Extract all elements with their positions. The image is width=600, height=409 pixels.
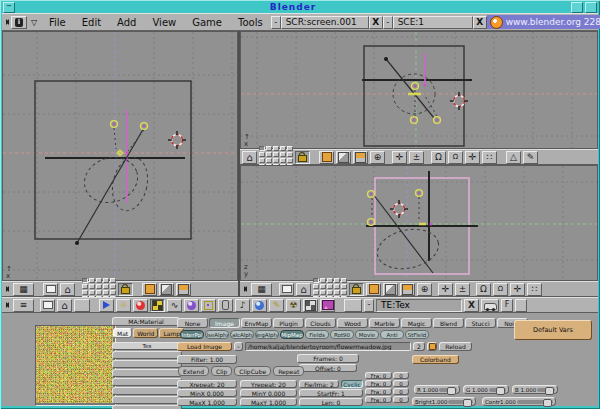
texture-type-button[interactable]: Blend bbox=[433, 318, 464, 328]
viewport-bottom-right[interactable]: zy bbox=[240, 165, 598, 281]
layer-toggle[interactable] bbox=[273, 152, 279, 157]
url-banner[interactable]: www.blender.org 228 bbox=[487, 15, 600, 29]
texture-type-button[interactable]: Clouds bbox=[305, 318, 336, 328]
3d-cursor[interactable] bbox=[390, 200, 408, 218]
texture-type-button[interactable]: EnvMap bbox=[241, 318, 272, 328]
layer-toggle[interactable] bbox=[327, 278, 333, 283]
world-buttons-tab[interactable] bbox=[184, 299, 199, 312]
layer-toggle[interactable] bbox=[327, 284, 333, 289]
camera-frame[interactable] bbox=[35, 81, 191, 239]
pane-edge-handle[interactable] bbox=[4, 17, 11, 27]
texture-slot[interactable]: Tex bbox=[112, 342, 182, 350]
extend-mode-button[interactable]: Repeat bbox=[273, 366, 304, 376]
viewport-type-dropdown[interactable]: ▦ bbox=[251, 283, 272, 296]
pane-edge-handle[interactable] bbox=[4, 284, 11, 294]
layer-toggle[interactable] bbox=[96, 278, 102, 283]
miny-field[interactable]: MinY 0.000 bbox=[240, 389, 297, 397]
contrast-slider[interactable]: Contr1.000 bbox=[482, 397, 556, 406]
layer-toggle[interactable] bbox=[110, 290, 116, 295]
users-count-button[interactable]: 2 bbox=[413, 342, 425, 351]
pivot-dropdown[interactable] bbox=[400, 283, 415, 296]
curve-outline[interactable] bbox=[374, 224, 443, 274]
auto-name-button[interactable] bbox=[481, 299, 499, 312]
screen-name-field[interactable]: SCR:screen.001 bbox=[281, 16, 369, 29]
fullscreen-button[interactable] bbox=[40, 299, 55, 312]
rotate-local-button[interactable]: Ω bbox=[493, 283, 508, 296]
minx-field[interactable]: MinX 0.000 bbox=[177, 389, 237, 397]
drawtype-dropdown[interactable] bbox=[159, 283, 174, 296]
scene-name-field[interactable]: SCE:1 bbox=[393, 16, 473, 29]
median-button[interactable]: ∷ bbox=[527, 283, 542, 296]
viewport-left[interactable]: ↑x bbox=[2, 31, 238, 281]
layer-toggle[interactable] bbox=[341, 284, 347, 289]
layer-toggle[interactable] bbox=[287, 152, 293, 157]
scale-button[interactable]: ± bbox=[409, 151, 424, 164]
scene-collapse-button[interactable]: - bbox=[383, 16, 393, 29]
drawtype-dropdown[interactable] bbox=[336, 151, 351, 164]
layer-toggle[interactable] bbox=[320, 278, 326, 283]
image-option-toggle[interactable]: Fields bbox=[305, 330, 329, 339]
view-buttons-tab[interactable] bbox=[99, 299, 114, 312]
layer-toggle[interactable] bbox=[110, 278, 116, 283]
texture-slot[interactable] bbox=[112, 369, 182, 377]
menu-game[interactable]: Game bbox=[184, 17, 230, 28]
extend-mode-button[interactable]: ClipCube bbox=[234, 366, 271, 376]
slider-track[interactable] bbox=[537, 388, 555, 392]
lock-button[interactable] bbox=[295, 151, 310, 164]
context-tab[interactable]: World bbox=[133, 328, 158, 338]
animation-buttons-tab[interactable]: ∿ bbox=[167, 299, 182, 312]
window-minimize-button[interactable] bbox=[571, 2, 583, 13]
texture-slot[interactable] bbox=[112, 405, 182, 409]
mode-dropdown[interactable] bbox=[319, 151, 334, 164]
layer-toggle[interactable] bbox=[273, 146, 279, 151]
rotate-local-button[interactable]: Ω bbox=[448, 151, 463, 164]
mode-dropdown[interactable] bbox=[366, 283, 381, 296]
image-option-toggle[interactable]: MipMap bbox=[280, 330, 304, 339]
median-button[interactable]: ∷ bbox=[482, 151, 497, 164]
b-slider[interactable]: B 1.000 bbox=[512, 385, 558, 394]
fra-value-field[interactable]: 0 bbox=[393, 388, 409, 395]
cyclic-toggle[interactable]: Cyclic bbox=[341, 380, 363, 388]
r-slider[interactable]: R 1.000 bbox=[414, 385, 460, 394]
scene-delete-button[interactable]: X bbox=[473, 16, 487, 29]
display-buttons-tab[interactable] bbox=[320, 299, 335, 312]
slider-track[interactable] bbox=[517, 400, 553, 404]
yrepeat-field[interactable]: Yrepeat: 20 bbox=[240, 380, 297, 388]
slider-track[interactable] bbox=[489, 388, 506, 392]
lamp-buttons-tab[interactable]: ☼ bbox=[116, 299, 131, 312]
fake-user-button[interactable]: F bbox=[501, 299, 513, 312]
layer-toggle[interactable] bbox=[341, 278, 347, 283]
extend-mode-button[interactable]: Extend bbox=[178, 366, 209, 376]
offset-field[interactable]: Offset: 0 bbox=[299, 364, 357, 372]
filter-field[interactable]: Filter: 1.00 bbox=[177, 355, 237, 364]
globe-dropdown[interactable]: ⊕ bbox=[417, 283, 432, 296]
window-maximize-button[interactable] bbox=[585, 2, 597, 13]
proportional-edit-button[interactable]: △ bbox=[506, 151, 521, 164]
image-option-toggle[interactable]: Rot90 bbox=[330, 330, 354, 339]
texture-slot[interactable] bbox=[112, 378, 182, 386]
fra-field[interactable]: Fra: 0 bbox=[365, 380, 392, 387]
texture-slot[interactable] bbox=[112, 360, 182, 368]
slider-track[interactable] bbox=[439, 388, 457, 392]
image-path-field[interactable]: /home/kaljaj/blendertoyroom/flowermeadow… bbox=[245, 342, 411, 351]
script-buttons-tab[interactable] bbox=[303, 299, 318, 312]
curve-outline-2[interactable] bbox=[108, 154, 152, 214]
maxy-field[interactable]: MaxY 1.000 bbox=[240, 398, 297, 406]
layer-toggle[interactable] bbox=[96, 290, 102, 295]
menu-add[interactable]: Add bbox=[109, 17, 144, 28]
fullscreen-button[interactable] bbox=[43, 283, 58, 296]
slider-track[interactable] bbox=[448, 400, 473, 404]
g-slider[interactable]: G 1.000 bbox=[463, 385, 509, 394]
mode-dropdown[interactable] bbox=[142, 283, 157, 296]
texture-delete-button[interactable]: X bbox=[464, 299, 479, 312]
layer-toggle[interactable] bbox=[334, 278, 340, 283]
track-line[interactable] bbox=[77, 126, 145, 243]
layer-toggle[interactable] bbox=[103, 284, 109, 289]
texture-type-button[interactable]: Wood bbox=[337, 318, 368, 328]
pack-button[interactable] bbox=[427, 342, 437, 351]
default-vars-button[interactable]: Default Vars bbox=[514, 320, 592, 340]
texture-collapse-button[interactable]: - bbox=[364, 299, 374, 312]
layer-toggle[interactable] bbox=[313, 290, 319, 295]
3d-cursor[interactable] bbox=[450, 92, 468, 110]
object-center[interactable] bbox=[141, 123, 148, 130]
